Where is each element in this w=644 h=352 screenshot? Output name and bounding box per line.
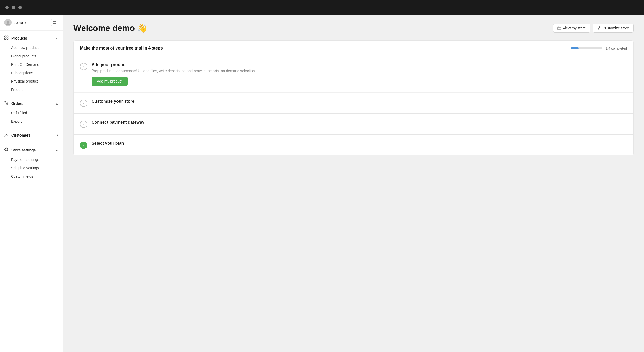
sidebar: demo ▾ Products ▲ Add new productDigital… bbox=[0, 15, 63, 352]
step-title-add-product: Add your product bbox=[92, 62, 627, 67]
step-content-select-plan: Select your plan bbox=[92, 141, 627, 147]
customize-store-label: Customize store bbox=[603, 26, 629, 30]
nav-section-header-orders[interactable]: Orders ▲ bbox=[0, 98, 63, 109]
step-item-connect-payment: ✓ Connect payment gateway bbox=[74, 114, 633, 134]
sidebar-item-unfulfilled[interactable]: Unfulfilled bbox=[0, 109, 63, 117]
sidebar-item-custom-fields[interactable]: Custom fields bbox=[0, 172, 63, 181]
steps-header: Make the most of your free trial in 4 st… bbox=[74, 41, 633, 56]
svg-point-10 bbox=[6, 104, 6, 104]
svg-point-1 bbox=[6, 23, 10, 25]
sidebar-item-shipping-settings[interactable]: Shipping settings bbox=[0, 164, 63, 172]
step-check-add-product: ✓ bbox=[80, 63, 87, 70]
step-desc-add-product: Prep products for purchase! Upload files… bbox=[92, 69, 627, 73]
steps-title: Make the most of your free trial in 4 st… bbox=[80, 46, 163, 51]
customize-icon bbox=[597, 26, 601, 30]
step-title-customize-store: Customize your store bbox=[92, 99, 627, 104]
step-check-connect-payment: ✓ bbox=[80, 121, 87, 128]
content-header: Welcome demo 👋 View my store bbox=[73, 23, 634, 33]
sidebar-item-digital-products[interactable]: Digital products bbox=[0, 52, 63, 60]
expand-icon-store-settings: ▲ bbox=[55, 148, 58, 152]
svg-point-12 bbox=[6, 133, 7, 135]
expand-icon-products: ▲ bbox=[55, 36, 58, 40]
step-item-add-product: ✓ Add your product Prep products for pur… bbox=[74, 56, 633, 93]
svg-rect-4 bbox=[53, 23, 55, 24]
check-icon: ✓ bbox=[82, 101, 85, 105]
store-icon-button[interactable] bbox=[51, 19, 58, 26]
progress-text: 1/4 completed bbox=[605, 46, 627, 50]
header-buttons: View my store Customize store bbox=[553, 24, 634, 33]
nav-section-store-settings: Store settings ▲ Payment settingsShippin… bbox=[0, 143, 63, 183]
sidebar-item-print-on-demand[interactable]: Print On Demand bbox=[0, 60, 63, 69]
svg-rect-9 bbox=[7, 38, 8, 40]
svg-rect-8 bbox=[5, 38, 6, 40]
nav-section-header-products[interactable]: Products ▲ bbox=[0, 33, 63, 44]
nav-section-header-store-settings[interactable]: Store settings ▲ bbox=[0, 145, 63, 155]
check-icon: ✓ bbox=[82, 64, 85, 69]
expand-icon-orders: ▲ bbox=[55, 102, 58, 105]
sidebar-item-export[interactable]: Export bbox=[0, 117, 63, 126]
check-icon: ✓ bbox=[82, 122, 85, 126]
step-content-connect-payment: Connect payment gateway bbox=[92, 120, 627, 126]
nav-section-left-orders: Orders bbox=[4, 101, 23, 106]
step-check-customize-store: ✓ bbox=[80, 100, 87, 107]
nav-section-left-store-settings: Store settings bbox=[4, 147, 36, 153]
nav-section-products: Products ▲ Add new productDigital produc… bbox=[0, 31, 63, 96]
nav-section-orders: Orders ▲ UnfulfilledExport bbox=[0, 96, 63, 128]
welcome-title: Welcome demo 👋 bbox=[73, 23, 148, 33]
nav-section-left-products: Products bbox=[4, 35, 27, 41]
step-item-select-plan: ✓ Select your plan bbox=[74, 135, 633, 155]
step-content-customize-store: Customize your store bbox=[92, 99, 627, 105]
view-store-label: View my store bbox=[563, 26, 586, 30]
view-store-button[interactable]: View my store bbox=[553, 24, 590, 33]
sidebar-item-physical-product[interactable]: Physical product bbox=[0, 77, 63, 85]
sidebar-item-freebie[interactable]: Freebie bbox=[0, 85, 63, 94]
nav-section-header-customers[interactable]: Customers ▾ bbox=[0, 130, 63, 140]
nav-section-left-customers: Customers bbox=[4, 132, 30, 138]
topbar bbox=[0, 0, 644, 15]
svg-rect-3 bbox=[55, 21, 56, 22]
nav-section-customers: Customers ▾ bbox=[0, 128, 63, 143]
nav-section-label-products: Products bbox=[11, 36, 27, 40]
step-content-add-product: Add your product Prep products for purch… bbox=[92, 62, 627, 86]
progress-bar-fill bbox=[571, 47, 579, 49]
products-icon bbox=[4, 35, 9, 41]
sidebar-item-subscriptions[interactable]: Subscriptions bbox=[0, 69, 63, 77]
step-title-select-plan: Select your plan bbox=[92, 141, 627, 146]
step-item-customize-store: ✓ Customize your store bbox=[74, 93, 633, 113]
nav-section-label-store-settings: Store settings bbox=[11, 148, 36, 152]
svg-point-0 bbox=[7, 21, 9, 23]
sidebar-item-payment-settings[interactable]: Payment settings bbox=[0, 155, 63, 164]
sidebar-header: demo ▾ bbox=[0, 15, 63, 31]
steps-card: Make the most of your free trial in 4 st… bbox=[73, 40, 634, 155]
svg-point-16 bbox=[598, 28, 599, 29]
svg-rect-14 bbox=[558, 27, 561, 30]
svg-rect-7 bbox=[7, 36, 8, 37]
svg-point-18 bbox=[599, 27, 600, 28]
svg-point-11 bbox=[7, 104, 8, 104]
svg-rect-6 bbox=[5, 36, 6, 37]
nav-container: Products ▲ Add new productDigital produc… bbox=[0, 31, 63, 183]
nav-section-label-orders: Orders bbox=[11, 101, 23, 106]
avatar bbox=[4, 19, 12, 26]
topbar-dot-2 bbox=[12, 6, 15, 9]
svg-rect-5 bbox=[55, 23, 56, 24]
store-settings-icon bbox=[4, 147, 9, 153]
customize-store-button[interactable]: Customize store bbox=[593, 24, 634, 33]
main-layout: demo ▾ Products ▲ Add new productDigital… bbox=[0, 15, 644, 352]
check-icon: ✓ bbox=[82, 143, 85, 147]
customers-icon bbox=[4, 132, 9, 138]
nav-section-label-customers: Customers bbox=[11, 133, 30, 137]
steps-progress-area: 1/4 completed bbox=[571, 46, 627, 50]
step-btn-add-product[interactable]: Add my product bbox=[92, 77, 128, 86]
chevron-down-icon: ▾ bbox=[25, 21, 26, 24]
step-title-connect-payment: Connect payment gateway bbox=[92, 120, 627, 125]
topbar-dot-3 bbox=[18, 6, 22, 9]
orders-icon bbox=[4, 101, 9, 106]
svg-point-20 bbox=[598, 29, 599, 30]
user-name: demo bbox=[14, 20, 23, 25]
user-info[interactable]: demo ▾ bbox=[4, 19, 26, 26]
topbar-dot-1 bbox=[5, 6, 9, 9]
steps-container: ✓ Add your product Prep products for pur… bbox=[74, 56, 633, 155]
sidebar-item-add-new-product[interactable]: Add new product bbox=[0, 44, 63, 52]
expand-icon-customers: ▾ bbox=[57, 133, 58, 137]
